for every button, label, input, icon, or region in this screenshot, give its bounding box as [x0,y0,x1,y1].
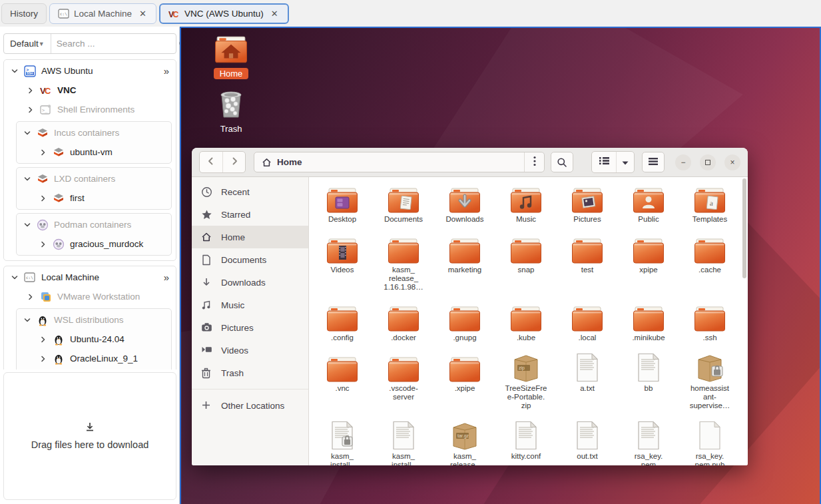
minimize-button[interactable]: − [675,154,691,170]
tab-local-machine[interactable]: c:\Local Machine✕ [49,3,156,24]
chevron-down-icon[interactable] [23,221,31,229]
close-tab-icon[interactable]: ✕ [270,9,280,19]
chevron-right-icon[interactable] [39,336,47,344]
search-button[interactable] [551,152,573,172]
current-location[interactable]: Home [254,157,524,167]
tree-item-wsl-distributions[interactable]: WSL distributions [19,310,168,330]
file-item-public[interactable]: Public [619,181,679,224]
vnc-remote-desktop[interactable]: Home Trash Home [180,27,821,504]
tree-item-vnc[interactable]: VCVNC [7,81,173,100]
file-item-out.txt[interactable]: out.txt [557,418,617,465]
places-item-recent[interactable]: Recent [192,180,308,203]
places-item-other-locations[interactable]: Other Locations [192,394,308,417]
chevron-down-icon[interactable] [11,67,19,75]
file-item-.docker[interactable]: .docker [374,300,433,342]
close-tab-icon[interactable]: ✕ [138,9,148,19]
file-item-rsa-key.pem.pub[interactable]: rsa_key. pem.pub [680,418,740,465]
file-item-kasm-install-17354288[interactable]: kasm_ install_ 17354288 [312,418,372,465]
places-item-trash[interactable]: Trash [192,362,308,384]
tree-item-aws-ubuntu[interactable]: >_SSHAWS Ubuntu» [7,61,173,81]
file-item-.xpipe[interactable]: .xpipe [435,350,495,410]
tree-item-lxd-containers[interactable]: LXD containers [19,169,168,188]
file-item-snap[interactable]: snap [496,232,556,292]
tree-item-vmware-workstation[interactable]: VMware Workstation [7,287,173,306]
chevron-right-icon[interactable] [27,87,35,95]
file-item-marketing[interactable]: marketing [435,232,495,292]
location-menu-button[interactable] [524,152,544,172]
file-item-.kube[interactable]: .kube [496,300,556,342]
file-item-videos[interactable]: Videos [312,232,372,292]
places-item-downloads[interactable]: Downloads [192,271,308,294]
places-item-home[interactable]: Home [192,226,308,248]
file-item-.vnc[interactable]: .vnc [312,350,372,410]
file-item-music[interactable]: Music [496,181,556,224]
tree-item-oraclelinux-9-1[interactable]: OracleLinux_9_1 [19,349,168,368]
tree-item-shell-environments[interactable]: >_Shell Environments [7,100,173,119]
tree-item-ubuntu-24-04[interactable]: Ubuntu-24.04 [19,330,168,349]
close-button[interactable]: × [724,154,740,170]
places-item-music[interactable]: Music [192,294,308,316]
file-item-kitty.conf[interactable]: kitty.conf [496,418,556,465]
file-item-.minikube[interactable]: .minikube [619,300,679,342]
file-item-downloads[interactable]: Downloads [435,181,495,224]
chevron-right-icon[interactable] [27,106,35,114]
file-item-kasm-install-17354288[interactable]: kasm_ install_ 17354288 [374,418,433,465]
file-item-kasm-release-1.16.1.98[interactable]: tar.gz kasm_ release_ 1.16.1.98 [435,418,495,465]
chevron-right-icon[interactable] [39,194,47,202]
file-item-rsa-key.pem[interactable]: rsa_key. pem [619,418,679,465]
more-actions-icon[interactable]: » [164,272,169,283]
file-item-pictures[interactable]: Pictures [557,181,617,224]
file-item-a.txt[interactable]: a.txt [557,350,617,410]
file-item-kasm-release-1.16.1.98-[interactable]: kasm_ release_ 1.16.1.98… [374,232,433,292]
tab-vnc-aws-ubuntu-[interactable]: VCVNC (AWS Ubuntu)✕ [159,3,289,24]
download-drop-zone[interactable]: Drag files here to download [3,372,176,500]
file-item-desktop[interactable]: Desktop [312,181,372,224]
file-item-.local[interactable]: .local [557,300,617,342]
chevron-right-icon[interactable] [39,355,47,363]
tree-item-partial[interactable] [19,368,168,370]
chevron-down-icon[interactable] [23,129,31,137]
places-item-starred[interactable]: Starred [192,203,308,226]
places-item-pictures[interactable]: Pictures [192,316,308,339]
view-options-button[interactable] [616,152,634,172]
desktop-icon-home[interactable]: Home [206,36,256,79]
tree-item-ubuntu-vm[interactable]: ubuntu-vm [19,142,168,162]
places-item-videos[interactable]: Videos [192,339,308,362]
tree-item-gracious-murdock[interactable]: gracious_murdock [19,234,168,254]
file-item-.config[interactable]: .config [312,300,372,342]
search-input[interactable] [57,39,174,49]
file-item-homeassistant-supervise-[interactable]: homeassist ant- supervise… [680,350,740,410]
list-view-button[interactable] [592,152,616,172]
scrollbar-thumb[interactable] [742,178,746,278]
chevron-right-icon[interactable] [27,293,35,301]
tree-item-podman-containers[interactable]: Podman containers [19,215,168,234]
desktop-icon-trash[interactable]: Trash [206,89,256,134]
file-item-.vscode-server[interactable]: .vscode- server [374,350,433,410]
tree-item-first[interactable]: first [19,188,168,208]
tree-item-local-machine[interactable]: c:\Local Machine» [7,268,173,287]
file-item-xpipe[interactable]: xpipe [619,232,679,292]
file-item-.cache[interactable]: .cache [680,232,740,292]
chevron-down-icon[interactable] [23,175,31,183]
chevron-down-icon[interactable] [11,274,19,282]
chevron-right-icon[interactable] [39,148,47,156]
tab-history[interactable]: History [1,3,47,24]
forward-button[interactable] [222,152,245,172]
chevron-right-icon[interactable] [39,240,47,248]
file-item-test[interactable]: test [557,232,617,292]
back-button[interactable] [200,152,222,172]
file-item-templates[interactable]: a Templates [680,181,740,224]
more-actions-icon[interactable]: » [164,65,169,77]
file-item-bb[interactable]: bb [619,350,679,410]
file-item-.gnupg[interactable]: .gnupg [435,300,495,342]
file-item-documents[interactable]: Documents [374,181,433,224]
chevron-down-icon[interactable] [23,316,31,324]
file-item-treesizefree-portable.zip[interactable]: zip TreeSizeFre e-Portable. zip [496,350,556,410]
places-item-documents[interactable]: Documents [192,248,308,271]
category-dropdown[interactable]: Default ▼ [4,34,51,53]
file-item-.ssh[interactable]: .ssh [680,300,740,342]
scrollbar[interactable] [742,178,747,464]
tree-item-incus-containers[interactable]: Incus containers [19,123,168,142]
maximize-button[interactable] [700,154,716,170]
menu-button[interactable] [642,152,665,172]
